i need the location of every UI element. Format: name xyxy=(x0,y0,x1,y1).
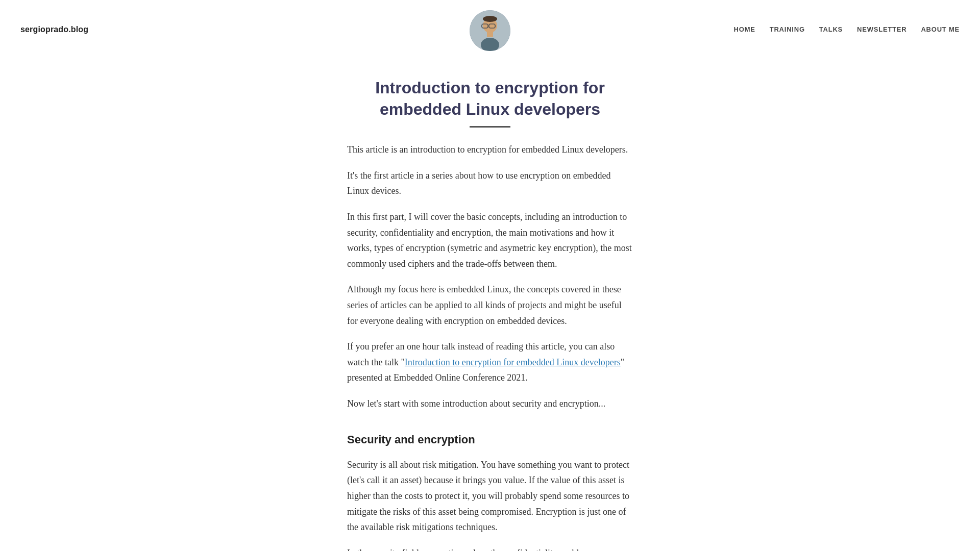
paragraph-1: This article is an introduction to encry… xyxy=(347,142,633,158)
section1-paragraph-1: Security is all about risk mitigation. Y… xyxy=(347,457,633,535)
section1-paragraph-2: In the security field, encryption solves… xyxy=(347,545,633,551)
avatar xyxy=(470,10,510,51)
article-main: Introduction to encryption for embedded … xyxy=(337,59,643,551)
paragraph-6: Now let's start with some introduction a… xyxy=(347,396,633,412)
article-title: Introduction to encryption for embedded … xyxy=(347,78,633,120)
site-header: sergioprado.blog HOME xyxy=(0,0,980,59)
site-title[interactable]: sergioprado.blog xyxy=(20,22,88,36)
nav-training[interactable]: TRAINING xyxy=(770,24,805,35)
section-security-heading: Security and encryption xyxy=(347,430,633,449)
svg-point-7 xyxy=(483,16,497,22)
svg-rect-9 xyxy=(487,32,493,37)
paragraph-3: In this first part, I will cover the bas… xyxy=(347,209,633,271)
nav-talks[interactable]: TALKS xyxy=(819,24,843,35)
paragraph-5: If you prefer an one hour talk instead o… xyxy=(347,339,633,386)
main-nav: HOME TRAINING TALKS NEWSLETTER ABOUT ME xyxy=(734,24,960,35)
paragraph-4: Although my focus here is embedded Linux… xyxy=(347,282,633,329)
avatar-container xyxy=(470,10,510,51)
nav-newsletter[interactable]: NEWSLETTER xyxy=(857,24,906,35)
paragraph-2: It's the first article in a series about… xyxy=(347,168,633,199)
article-body: This article is an introduction to encry… xyxy=(347,142,633,551)
talk-link[interactable]: Introduction to encryption for embedded … xyxy=(405,357,621,367)
title-divider xyxy=(470,126,510,128)
nav-about-me[interactable]: ABOUT ME xyxy=(921,24,960,35)
nav-home[interactable]: HOME xyxy=(734,24,755,35)
